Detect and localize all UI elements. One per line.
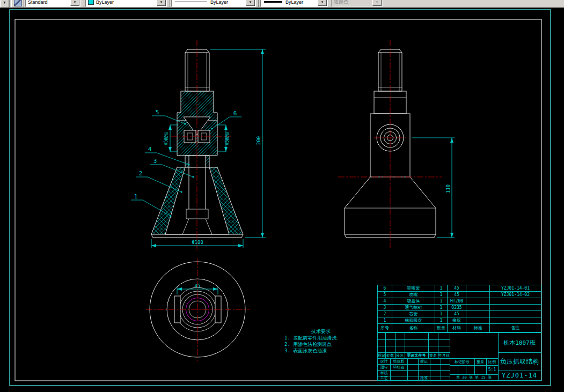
lineweight-sample-icon bbox=[264, 1, 282, 3]
bom-cell: 通气螺钉 bbox=[392, 305, 435, 310]
bom-cell: 1 bbox=[435, 305, 447, 310]
bom-cell: 45 bbox=[448, 292, 466, 298]
org-class: 机本1007班 bbox=[498, 333, 541, 352]
bom-cell: YZJ01-14-01 bbox=[490, 285, 541, 291]
chevron-down-icon[interactable]: ▼ bbox=[246, 0, 255, 6]
callout-2: 2 bbox=[139, 170, 143, 177]
styles-toolbar-button[interactable] bbox=[11, 0, 24, 8]
bom-cell: 橡胶 bbox=[448, 317, 466, 323]
bom-cell: 45 bbox=[448, 311, 466, 317]
bom-cell bbox=[490, 305, 541, 310]
title-block: 标记 处数 分区 更改文件号 签名 年月日 设计 韩亚辉 标记 指导 毕红霞 审… bbox=[377, 332, 541, 381]
bom-cell: 5 bbox=[378, 292, 392, 298]
bylayer-color-swatch bbox=[88, 0, 94, 5]
bom-cell: 喷嘴 bbox=[392, 292, 435, 298]
process-label: 工艺 bbox=[378, 376, 390, 380]
text-style-value: Standard bbox=[26, 0, 48, 5]
rev-header: 标记 bbox=[378, 352, 385, 358]
mark-label: 标记 bbox=[418, 358, 430, 364]
bom-cell: 芯套 bbox=[392, 311, 435, 317]
technical-requirements-title: 技术要求 bbox=[279, 328, 373, 335]
chevron-down-icon[interactable]: ▼ bbox=[70, 0, 79, 6]
drawing-number: YZJ01-14 bbox=[498, 371, 541, 380]
bom-cell: 1 bbox=[435, 285, 447, 291]
plotstyle-combo-value: 随颜色 bbox=[332, 0, 348, 5]
rev-header: 更改文件号 bbox=[405, 352, 428, 358]
bom-cell: 喷嘴套 bbox=[392, 285, 435, 291]
dim-bottom-width: 45 bbox=[195, 283, 201, 289]
bom-cell: 1 bbox=[435, 298, 447, 304]
styles-icon bbox=[14, 0, 22, 6]
bom-cell bbox=[466, 298, 489, 304]
callout-3: 3 bbox=[153, 158, 157, 165]
advisor-label: 指导 bbox=[378, 364, 390, 370]
lineweight-combo-value: ByLayer bbox=[285, 0, 303, 5]
technical-requirement-line: 1. 装配前零件用油清洗 bbox=[279, 335, 373, 341]
bom-header-cell: 备注 bbox=[490, 324, 541, 332]
bom-cell bbox=[490, 317, 541, 323]
bom-cell bbox=[466, 285, 489, 291]
bom-cell: 45 bbox=[448, 285, 466, 291]
rev-header: 处数 bbox=[385, 352, 395, 358]
dim-front-diameter: Φ100 bbox=[192, 240, 203, 245]
dim-side-height: 110 bbox=[445, 184, 451, 193]
bom-header-cell: 名称 bbox=[392, 324, 435, 332]
bom-cell bbox=[466, 317, 489, 323]
color-combo-value: ByLayer bbox=[96, 0, 114, 5]
bom-header-cell: 序号 bbox=[378, 324, 392, 332]
linetype-sample-icon bbox=[175, 2, 207, 2]
chevron-down-icon[interactable]: ▼ bbox=[157, 0, 166, 6]
bom-cell: HT200 bbox=[448, 298, 466, 304]
bom-cell: 吸盘体 bbox=[392, 298, 435, 304]
dim-nozzle-left: Φ5配钻 bbox=[164, 131, 169, 145]
lineweight-combo[interactable]: ByLayer ▼ bbox=[260, 0, 328, 7]
callout-6: 6 bbox=[233, 110, 237, 117]
dim-front-height: 200 bbox=[256, 136, 261, 145]
approve-label: 批准 bbox=[418, 376, 430, 380]
bom-header-cell: 材料 bbox=[448, 324, 466, 332]
bom-table: 6 喷嘴套 1 45 YZJ01-14-01 5 喷嘴 1 45 YZJ01-1… bbox=[377, 285, 541, 333]
bom-cell: 橡胶吸盘 bbox=[392, 317, 435, 323]
callout-4: 4 bbox=[148, 146, 152, 153]
bom-cell: 1 bbox=[378, 317, 392, 323]
text-style-combo[interactable]: Standard ▼ bbox=[25, 0, 80, 7]
color-combo[interactable]: ByLayer ▼ bbox=[85, 0, 167, 7]
rev-header: 签名 bbox=[428, 352, 438, 358]
sheet-info: 共 20 张 第 15 张 bbox=[450, 374, 498, 380]
bom-cell: 1 bbox=[435, 292, 447, 298]
technical-requirements: 技术要求 1. 装配前零件用油清洗 2. 用渗色法检测斑点 3. 表面涂灰色油漆 bbox=[279, 328, 373, 354]
chevron-down-icon[interactable]: ▼ bbox=[0, 0, 9, 8]
bom-header-cell: 标准 bbox=[466, 324, 489, 332]
stage-label: 标记阶段 bbox=[450, 358, 474, 365]
callout-5: 5 bbox=[156, 109, 159, 116]
technical-requirement-line: 3. 表面涂灰色油漆 bbox=[279, 347, 373, 354]
weight-label: 重量 bbox=[474, 358, 486, 365]
bom-cell bbox=[466, 305, 489, 310]
bom-cell bbox=[490, 298, 541, 304]
rev-header: 年月日 bbox=[438, 352, 450, 358]
bom-cell: 4 bbox=[378, 298, 392, 304]
callout-1: 1 bbox=[134, 193, 138, 200]
plotstyle-combo: 随颜色 ▼ bbox=[331, 0, 383, 7]
bom-cell bbox=[466, 311, 489, 317]
bom-cell: 1 bbox=[435, 317, 447, 323]
rev-header: 分区 bbox=[395, 352, 405, 358]
design-label: 设计 bbox=[378, 358, 390, 364]
drawing-title: 负压抓取结构 bbox=[498, 352, 541, 371]
scale-value: 5:1 bbox=[486, 365, 498, 374]
linetype-combo-value: ByLayer bbox=[210, 0, 228, 5]
bom-cell: 1 bbox=[435, 311, 447, 317]
bom-header-cell: 数量 bbox=[435, 324, 447, 332]
design-name: 韩亚辉 bbox=[390, 358, 407, 364]
scale-label: 比例 bbox=[486, 358, 498, 365]
bom-cell bbox=[490, 311, 541, 317]
advisor-name: 毕红霞 bbox=[390, 364, 407, 370]
top-toolbar: ▼ Standard ▼ ByLayer ▼ ByLayer ▼ ByLayer… bbox=[0, 0, 564, 8]
bom-cell: 6 bbox=[378, 285, 392, 291]
linetype-combo[interactable]: ByLayer ▼ bbox=[171, 0, 256, 7]
chevron-down-icon[interactable]: ▼ bbox=[318, 0, 327, 6]
chevron-down-icon: ▼ bbox=[372, 0, 382, 6]
bom-cell bbox=[466, 292, 489, 298]
bom-cell: 2 bbox=[378, 311, 392, 317]
dim-nozzle-right: Φ5配钻 bbox=[225, 131, 230, 145]
